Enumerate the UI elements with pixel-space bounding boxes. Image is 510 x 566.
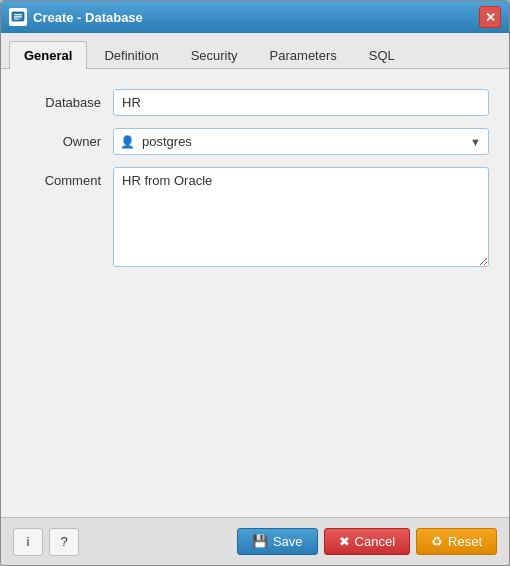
footer-right: 💾 Save ✖ Cancel ♻ Reset [237, 528, 497, 555]
help-button[interactable]: ? [49, 528, 79, 556]
reset-icon: ♻ [431, 534, 443, 549]
svg-rect-3 [14, 18, 19, 19]
reset-button[interactable]: ♻ Reset [416, 528, 497, 555]
owner-control: 👤 postgres ▼ [113, 128, 489, 155]
info-button[interactable]: i [13, 528, 43, 556]
svg-rect-2 [14, 16, 22, 17]
footer-left: i ? [13, 528, 237, 556]
database-row: Database [21, 89, 489, 116]
cancel-label: Cancel [355, 534, 395, 549]
owner-row: Owner 👤 postgres ▼ [21, 128, 489, 155]
footer: i ? 💾 Save ✖ Cancel ♻ Reset [1, 517, 509, 565]
database-input[interactable] [113, 89, 489, 116]
tab-sql[interactable]: SQL [354, 41, 410, 69]
titlebar: Create - Database ✕ [1, 1, 509, 33]
tab-definition[interactable]: Definition [89, 41, 173, 69]
comment-textarea[interactable]: HR from Oracle [113, 167, 489, 267]
database-label: Database [21, 89, 101, 110]
main-window: Create - Database ✕ General Definition S… [0, 0, 510, 566]
close-button[interactable]: ✕ [479, 6, 501, 28]
form-content: Database Owner 👤 postgres ▼ Comment [1, 69, 509, 517]
owner-label: Owner [21, 128, 101, 149]
svg-rect-1 [14, 14, 22, 15]
tab-parameters[interactable]: Parameters [255, 41, 352, 69]
save-button[interactable]: 💾 Save [237, 528, 318, 555]
comment-label: Comment [21, 167, 101, 188]
comment-control: HR from Oracle [113, 167, 489, 270]
window-title: Create - Database [33, 10, 479, 25]
user-icon: 👤 [120, 135, 135, 149]
tab-bar: General Definition Security Parameters S… [1, 33, 509, 69]
tab-security[interactable]: Security [176, 41, 253, 69]
owner-select[interactable]: postgres [113, 128, 489, 155]
tab-general[interactable]: General [9, 41, 87, 69]
reset-label: Reset [448, 534, 482, 549]
cancel-button[interactable]: ✖ Cancel [324, 528, 410, 555]
cancel-icon: ✖ [339, 534, 350, 549]
comment-row: Comment HR from Oracle [21, 167, 489, 270]
save-label: Save [273, 534, 303, 549]
owner-select-wrapper: 👤 postgres ▼ [113, 128, 489, 155]
save-icon: 💾 [252, 534, 268, 549]
app-icon [9, 8, 27, 26]
database-control [113, 89, 489, 116]
